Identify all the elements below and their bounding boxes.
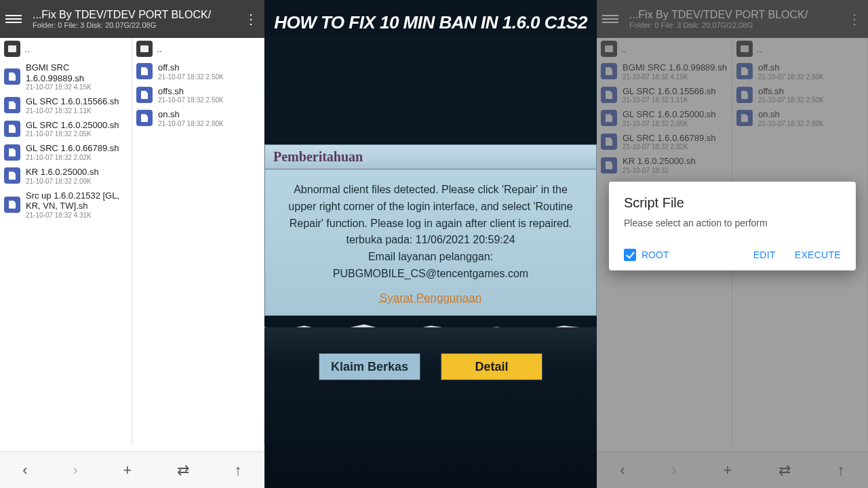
- file-icon: [4, 97, 20, 113]
- file-row[interactable]: GL SRC 1.6.0.66789.sh21-10-07 18:32 2.02…: [0, 140, 132, 164]
- file-meta: 21-10-07 18:32 2.02K: [26, 154, 119, 161]
- game-screen: HOW TO FIX 10 MIN BAN IN 1.6.0 C1S2 Pemb…: [264, 0, 597, 488]
- notice-dialog: Pemberitahuan Abnormal client files dete…: [264, 144, 597, 316]
- column-1: .. BGMI SRC 1.6.0.99889.sh21-10-07 18:32…: [0, 38, 132, 445]
- notice-line: terbuka pada: 11/06/2021 20:59:24: [280, 232, 581, 249]
- file-name: GL SRC 1.6.0.15566.sh: [26, 96, 119, 107]
- file-name: on.sh: [158, 109, 224, 120]
- folder-icon: [136, 41, 153, 57]
- file-meta: 21-10-07 18:32 2.05K: [26, 130, 119, 138]
- file-meta: 21-10-07 18:32 2.80K: [158, 120, 224, 127]
- column-2: .. off.sh21-10-07 18:32 2.50Koffs.sh21-1…: [132, 38, 264, 445]
- path-title[interactable]: ...Fix By TDEV/TDEV PORT BLOCK/ Folder: …: [33, 9, 243, 29]
- back-icon[interactable]: ‹: [22, 462, 27, 479]
- file-icon: [136, 87, 153, 103]
- overflow-icon[interactable]: ⋮: [243, 11, 259, 27]
- file-row[interactable]: GL SRC 1.6.0.25000.sh21-10-07 18:32 2.05…: [0, 117, 132, 141]
- terms-link[interactable]: Syarat Penggunaan: [380, 289, 481, 307]
- up-folder[interactable]: ..: [132, 38, 264, 60]
- file-name: off.sh: [158, 62, 224, 73]
- file-row[interactable]: off.sh21-10-07 18:32 2.50K: [132, 60, 264, 83]
- file-icon: [136, 63, 153, 79]
- menu-icon[interactable]: [5, 11, 22, 27]
- file-row[interactable]: on.sh21-10-07 18:32 2.80K: [132, 106, 264, 130]
- add-icon[interactable]: +: [123, 462, 132, 479]
- file-name: GL SRC 1.6.0.25000.sh: [26, 120, 119, 131]
- file-meta: 21-10-07 18:32 1.11K: [26, 107, 119, 115]
- edit-button[interactable]: EDIT: [753, 249, 776, 260]
- button-row: Klaim Berkas Detail: [264, 341, 597, 380]
- file-columns: .. BGMI SRC 1.6.0.99889.sh21-10-07 18:32…: [0, 38, 264, 445]
- file-row[interactable]: offs.sh21-10-07 18:32 2.50K: [132, 83, 264, 107]
- up-folder[interactable]: ..: [0, 38, 132, 60]
- file-manager-left: ...Fix By TDEV/TDEV PORT BLOCK/ Folder: …: [0, 0, 264, 488]
- file-meta: 21-10-07 18:32 4.15K: [26, 83, 127, 91]
- claim-button[interactable]: Klaim Berkas: [319, 353, 420, 380]
- folder-icon: [4, 41, 20, 57]
- file-name: Src up 1.6.0.21532 [GL, KR, VN, TW].sh: [26, 190, 127, 211]
- root-label[interactable]: ROOT: [642, 249, 734, 260]
- file-name: GL SRC 1.6.0.66789.sh: [26, 143, 119, 154]
- dialog-actions: ROOT EDIT EXECUTE: [624, 249, 841, 261]
- detail-button[interactable]: Detail: [441, 353, 542, 380]
- file-meta: 21-10-07 18:32 2.50K: [158, 73, 224, 81]
- notice-heading: Pemberitahuan: [265, 145, 596, 169]
- dialog-title: Script File: [624, 195, 841, 211]
- file-row[interactable]: BGMI SRC 1.6.0.99889.sh21-10-07 18:32 4.…: [0, 60, 132, 94]
- file-meta: 21-10-07 18:32 2.09K: [26, 178, 99, 185]
- dialog-message: Please select an action to perform: [624, 218, 841, 228]
- file-icon: [4, 167, 20, 184]
- execute-button[interactable]: EXECUTE: [795, 249, 841, 260]
- file-manager-right: ...Fix By TDEV/TDEV PORT BLOCK/ Folder: …: [597, 0, 868, 488]
- file-row[interactable]: GL SRC 1.6.0.15566.sh21-10-07 18:32 1.11…: [0, 94, 132, 117]
- file-icon: [4, 68, 20, 85]
- up-label: ..: [157, 43, 162, 54]
- topbar: ...Fix By TDEV/TDEV PORT BLOCK/ Folder: …: [0, 0, 264, 38]
- forward-icon[interactable]: ›: [73, 462, 77, 479]
- transfer-icon[interactable]: ⇄: [177, 462, 189, 479]
- file-icon: [4, 121, 20, 137]
- up-label: ..: [24, 43, 30, 54]
- root-checkbox[interactable]: [624, 249, 636, 261]
- file-meta: 21-10-07 18:32 2.50K: [158, 96, 224, 104]
- notice-line: Email layanan pelanggan: PUBGMOBILE_CS@t…: [280, 249, 581, 283]
- path-text: ...Fix By TDEV/TDEV PORT BLOCK/: [33, 9, 243, 21]
- file-icon: [136, 110, 153, 126]
- notice-body: Abnormal client files detected. Please c…: [265, 169, 596, 315]
- path-stats: Folder: 0 File: 3 Disk: 20.07G/22.08G: [33, 21, 243, 29]
- file-icon: [4, 197, 20, 213]
- file-row[interactable]: Src up 1.6.0.21532 [GL, KR, VN, TW].sh21…: [0, 188, 132, 222]
- file-meta: 21-10-07 18:32 4.31K: [26, 211, 127, 219]
- game-background: Pemberitahuan Abnormal client files dete…: [264, 36, 597, 488]
- file-icon: [4, 144, 20, 161]
- file-row[interactable]: KR 1.6.0.25000.sh21-10-07 18:32 2.09K: [0, 164, 132, 188]
- file-name: KR 1.6.0.25000.sh: [26, 167, 99, 178]
- file-name: BGMI SRC 1.6.0.99889.sh: [26, 62, 127, 83]
- up-arrow-icon[interactable]: ↑: [235, 462, 242, 479]
- bottom-nav: ‹ › + ⇄ ↑: [0, 451, 264, 488]
- file-name: offs.sh: [158, 86, 224, 97]
- notice-line: Abnormal client files detected. Please c…: [280, 182, 581, 232]
- script-file-dialog: Script File Please select an action to p…: [609, 182, 856, 270]
- video-title: HOW TO FIX 10 MIN BAN IN 1.6.0 C1S2: [264, 0, 597, 36]
